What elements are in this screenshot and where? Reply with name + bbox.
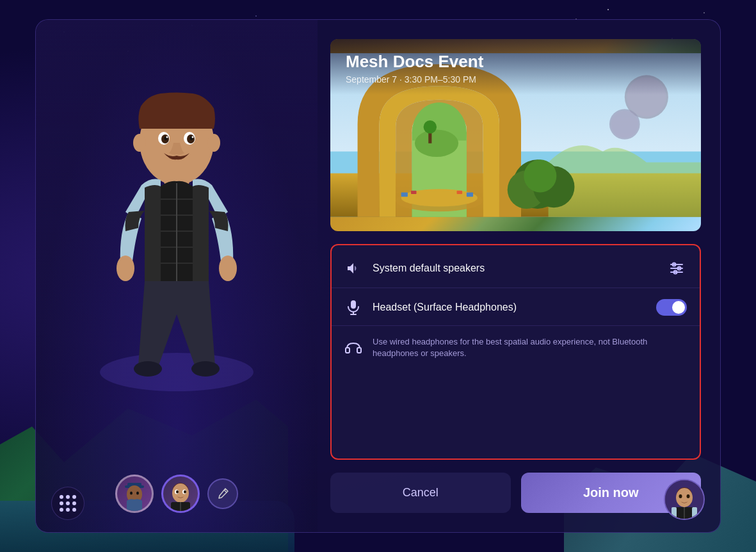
audio-info-text: Use wired headphones for the best spatia… [373, 336, 687, 359]
user-avatar-small-icon [665, 480, 704, 519]
svg-rect-49 [467, 192, 473, 197]
svg-line-35 [224, 490, 227, 492]
svg-point-9 [166, 136, 168, 138]
svg-point-31 [176, 491, 179, 494]
headphones-info-icon [344, 339, 362, 357]
user-avatar-button[interactable] [664, 479, 705, 520]
svg-point-22 [191, 361, 220, 377]
audio-info-row: Use wired headphones for the best spatia… [332, 327, 700, 368]
audio-settings-panel: System default speakers [330, 244, 701, 460]
svg-point-12 [207, 134, 220, 152]
headset-row[interactable]: Headset (Surface Headphones) [332, 289, 700, 326]
avatar-select-2[interactable] [161, 475, 200, 513]
svg-point-32 [184, 491, 186, 494]
svg-point-0 [100, 353, 253, 391]
apps-grid-button[interactable] [51, 487, 84, 520]
svg-point-73 [687, 494, 690, 498]
edit-pencil-icon [216, 487, 229, 500]
svg-rect-47 [401, 192, 408, 197]
svg-rect-65 [351, 300, 356, 309]
event-title-overlay: Mesh Docs Event September 7 · 3:30 PM–5:… [330, 39, 701, 95]
avatar-svg [74, 39, 279, 398]
event-image: Mesh Docs Event September 7 · 3:30 PM–5:… [330, 39, 701, 231]
event-title: Mesh Docs Event [346, 52, 686, 72]
right-panel: Mesh Docs Event September 7 · 3:30 PM–5:… [318, 20, 720, 532]
svg-point-44 [424, 120, 437, 133]
svg-point-26 [130, 492, 133, 495]
main-dialog-card: Mesh Docs Event September 7 · 3:30 PM–5:… [35, 19, 721, 533]
svg-point-19 [117, 256, 134, 281]
svg-rect-69 [357, 348, 361, 353]
edit-avatar-button[interactable] [207, 478, 238, 509]
speaker-row[interactable]: System default speakers [332, 249, 700, 288]
svg-point-58 [524, 159, 556, 192]
audio-settings-button[interactable] [666, 258, 687, 279]
cancel-button[interactable]: Cancel [330, 473, 511, 513]
avatar-select-1[interactable] [115, 475, 154, 513]
speaker-icon [344, 259, 362, 277]
settings-sliders-icon [670, 261, 684, 275]
svg-point-21 [134, 361, 162, 377]
svg-point-71 [676, 488, 693, 507]
svg-rect-48 [411, 191, 417, 194]
svg-rect-50 [457, 191, 463, 194]
speaker-label: System default speakers [373, 263, 656, 274]
svg-point-42 [415, 129, 458, 157]
headset-label: Headset (Surface Headphones) [373, 302, 646, 313]
action-buttons: Cancel Join now [330, 473, 701, 513]
avatar-panel [36, 20, 318, 532]
avatar-figure [74, 39, 279, 398]
svg-point-54 [611, 111, 639, 138]
avatar-controls [115, 475, 238, 513]
event-date: September 7 · 3:30 PM–5:30 PM [346, 74, 686, 85]
svg-point-28 [172, 483, 189, 503]
svg-rect-68 [346, 348, 350, 353]
svg-point-11 [133, 134, 146, 152]
toggle-knob [672, 301, 685, 314]
svg-point-10 [192, 136, 194, 138]
svg-point-20 [219, 256, 237, 281]
svg-point-27 [136, 492, 139, 495]
headset-toggle[interactable] [656, 299, 687, 316]
apps-grid-icon [60, 495, 76, 512]
microphone-icon [344, 298, 362, 316]
svg-point-72 [679, 494, 682, 498]
